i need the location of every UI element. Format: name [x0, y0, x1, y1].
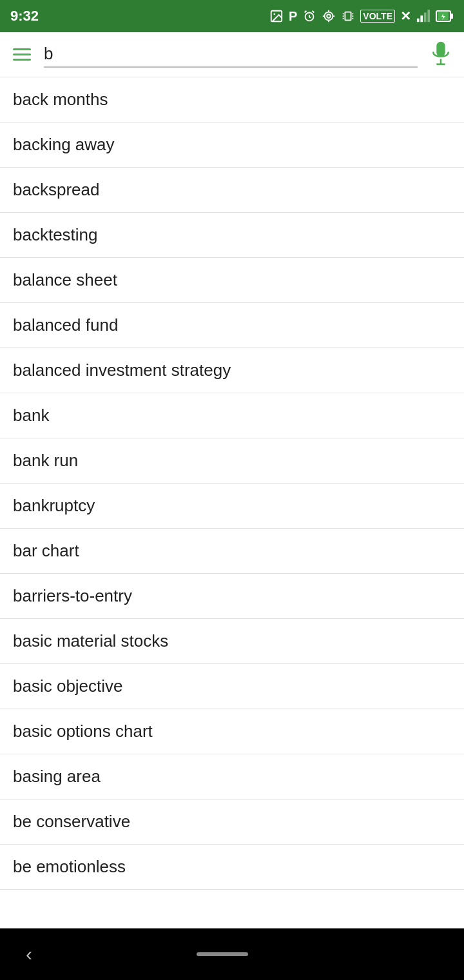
suggestion-text: backing away: [13, 135, 115, 155]
list-item[interactable]: basic objective: [0, 664, 464, 709]
parking-icon: P: [289, 9, 297, 24]
search-input[interactable]: [44, 41, 418, 66]
search-bar: [0, 32, 464, 77]
svg-rect-19: [420, 15, 423, 22]
list-item[interactable]: backing away: [0, 122, 464, 168]
suggestion-text: bankruptcy: [13, 496, 95, 516]
list-item[interactable]: basing area: [0, 754, 464, 799]
list-item[interactable]: balance sheet: [0, 258, 464, 303]
list-item[interactable]: balanced fund: [0, 303, 464, 348]
mic-button[interactable]: [425, 35, 456, 74]
svg-point-5: [325, 12, 333, 21]
suggestion-text: be emotionless: [13, 857, 126, 877]
hamburger-line-3: [13, 59, 31, 61]
status-icons: P VOLTE ✕: [269, 8, 454, 24]
signal-x-icon: ✕: [400, 8, 411, 24]
battery-icon: [436, 9, 454, 23]
search-input-wrapper[interactable]: [44, 41, 418, 68]
suggestion-text: balance sheet: [13, 270, 117, 290]
svg-point-1: [273, 13, 275, 15]
suggestion-text: balanced fund: [13, 315, 118, 335]
list-item[interactable]: basic options chart: [0, 709, 464, 754]
home-indicator[interactable]: [197, 952, 248, 956]
hamburger-line-1: [13, 48, 31, 50]
list-item[interactable]: basic material stocks: [0, 619, 464, 664]
svg-rect-24: [450, 14, 453, 19]
suggestion-text: basing area: [13, 767, 101, 787]
status-time: 9:32: [10, 8, 39, 24]
hamburger-menu[interactable]: [8, 43, 36, 66]
list-item[interactable]: bankruptcy: [0, 484, 464, 529]
svg-rect-20: [424, 13, 427, 23]
svg-rect-18: [417, 19, 420, 22]
suggestion-text: bank: [13, 406, 49, 426]
volte-icon: VOLTE: [360, 10, 395, 23]
gps-icon: [322, 9, 336, 23]
vibrate-icon: [341, 9, 355, 23]
list-item[interactable]: bar chart: [0, 529, 464, 574]
alarm-icon: [302, 9, 316, 23]
suggestion-text: basic options chart: [13, 721, 153, 741]
status-bar: 9:32 P: [0, 0, 464, 32]
navigation-bar: ‹: [0, 928, 464, 980]
back-button[interactable]: ‹: [26, 943, 32, 965]
gallery-icon: [269, 9, 284, 23]
list-item[interactable]: back months: [0, 77, 464, 122]
suggestion-text: back months: [13, 90, 108, 110]
svg-line-3: [305, 11, 307, 13]
suggestion-text: basic material stocks: [13, 631, 168, 651]
svg-line-4: [313, 11, 314, 13]
suggestion-text: backtesting: [13, 225, 98, 245]
suggestion-text: barriers-to-entry: [13, 586, 132, 606]
list-item[interactable]: backtesting: [0, 213, 464, 258]
list-item[interactable]: barriers-to-entry: [0, 574, 464, 619]
signal-icon: [416, 9, 430, 23]
suggestion-text: bank run: [13, 451, 78, 471]
list-item[interactable]: backspread: [0, 168, 464, 213]
list-item[interactable]: bank: [0, 393, 464, 438]
list-item[interactable]: be emotionless: [0, 845, 464, 890]
list-item[interactable]: be conservative: [0, 799, 464, 845]
svg-rect-21: [427, 10, 430, 22]
svg-point-6: [327, 14, 331, 18]
list-item[interactable]: balanced investment strategy: [0, 348, 464, 393]
suggestion-text: balanced investment strategy: [13, 360, 231, 380]
mic-icon: [430, 41, 451, 66]
suggestion-text: basic objective: [13, 676, 123, 696]
hamburger-line-2: [13, 54, 31, 55]
suggestion-text: be conservative: [13, 812, 130, 832]
suggestion-text: backspread: [13, 180, 99, 200]
suggestion-text: bar chart: [13, 541, 79, 561]
suggestion-list: back monthsbacking awaybackspreadbacktes…: [0, 77, 464, 890]
list-item[interactable]: bank run: [0, 438, 464, 484]
svg-rect-25: [436, 42, 445, 57]
svg-rect-11: [345, 12, 351, 21]
